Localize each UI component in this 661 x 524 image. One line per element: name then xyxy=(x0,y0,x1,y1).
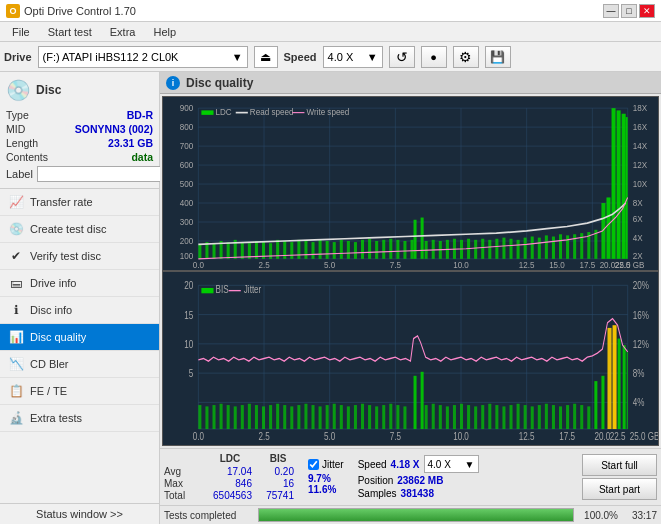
label-input[interactable] xyxy=(37,166,166,182)
refresh-button[interactable]: ↺ xyxy=(389,46,415,68)
position-val: 23862 MB xyxy=(397,475,443,486)
bis-chart-svg: 20 15 10 5 20% 16% 12% 8% 4% 0.0 2.5 5.0… xyxy=(163,272,658,445)
svg-text:18X: 18X xyxy=(633,103,648,113)
sidebar-item-transfer-rate[interactable]: 📈 Transfer rate xyxy=(0,189,159,216)
eject-button[interactable]: ⏏ xyxy=(254,46,278,68)
disc-mid-row: MID SONYNN3 (002) xyxy=(4,122,155,136)
charts-area: 900 800 700 600 500 400 300 200 100 18X … xyxy=(160,94,661,448)
svg-rect-76 xyxy=(421,218,424,259)
nav-disc-info-label: Disc info xyxy=(30,304,72,316)
svg-rect-89 xyxy=(488,240,491,259)
svg-text:16%: 16% xyxy=(633,308,650,320)
menu-help[interactable]: Help xyxy=(145,25,184,39)
sidebar-item-disc-info[interactable]: ℹ Disc info xyxy=(0,297,159,324)
disc-panel: 💿 Disc Type BD-R MID SONYNN3 (002) Lengt… xyxy=(0,72,159,189)
jitter-checkbox[interactable] xyxy=(308,459,319,470)
contents-val: data xyxy=(131,151,153,163)
minimize-button[interactable]: — xyxy=(603,4,619,18)
svg-rect-51 xyxy=(227,242,230,259)
speed-value-2: 4.18 X xyxy=(391,459,420,470)
sidebar-item-disc-quality[interactable]: 📊 Disc quality xyxy=(0,324,159,351)
fe-te-icon: 📋 xyxy=(8,383,24,399)
svg-text:Read speed: Read speed xyxy=(250,106,294,116)
nav-drive-info-label: Drive info xyxy=(30,277,76,289)
svg-rect-180 xyxy=(389,404,392,429)
svg-rect-68 xyxy=(347,241,350,259)
sidebar-item-fe-te[interactable]: 📋 FE / TE xyxy=(0,378,159,405)
svg-text:100: 100 xyxy=(180,250,194,260)
main-layout: 💿 Disc Type BD-R MID SONYNN3 (002) Lengt… xyxy=(0,72,661,524)
svg-rect-79 xyxy=(411,240,414,259)
window-controls[interactable]: — □ ✕ xyxy=(603,4,655,18)
status-window-button[interactable]: Status window >> xyxy=(0,503,159,524)
svg-rect-191 xyxy=(481,405,484,429)
svg-rect-153 xyxy=(213,405,216,429)
menu-extra[interactable]: Extra xyxy=(102,25,144,39)
speed-label: Speed xyxy=(284,51,317,63)
svg-rect-91 xyxy=(502,238,505,259)
menu-file[interactable]: File xyxy=(4,25,38,39)
svg-text:16X: 16X xyxy=(633,122,648,132)
disc-icon: 💿 xyxy=(4,76,32,104)
svg-rect-196 xyxy=(517,404,520,429)
svg-text:12%: 12% xyxy=(633,338,650,350)
ldc-header: LDC xyxy=(204,453,256,464)
svg-rect-106 xyxy=(606,197,610,258)
svg-text:4X: 4X xyxy=(633,233,643,243)
svg-text:900: 900 xyxy=(180,103,194,113)
action-buttons: Start full Start part xyxy=(582,454,657,500)
sidebar-item-create-test-disc[interactable]: 💿 Create test disc xyxy=(0,216,159,243)
svg-text:500: 500 xyxy=(180,179,194,189)
svg-rect-175 xyxy=(354,405,357,429)
bis-header: BIS xyxy=(258,453,298,464)
svg-text:20: 20 xyxy=(184,279,193,291)
svg-text:10: 10 xyxy=(184,338,193,350)
sidebar-item-drive-info[interactable]: 🖴 Drive info xyxy=(0,270,159,297)
speed-dropdown[interactable]: 4.0 X ▼ xyxy=(424,455,479,473)
svg-rect-93 xyxy=(517,240,520,259)
svg-text:2.5: 2.5 xyxy=(258,430,269,442)
svg-rect-60 xyxy=(290,242,293,259)
sidebar-item-verify-test-disc[interactable]: ✔ Verify test disc xyxy=(0,243,159,270)
close-button[interactable]: ✕ xyxy=(639,4,655,18)
svg-rect-199 xyxy=(538,405,541,429)
svg-text:8X: 8X xyxy=(633,198,643,208)
svg-rect-67 xyxy=(340,240,343,259)
start-part-button[interactable]: Start part xyxy=(582,478,657,500)
svg-rect-156 xyxy=(234,406,237,429)
svg-text:400: 400 xyxy=(180,198,194,208)
type-val: BD-R xyxy=(127,109,153,121)
avg-ldc: 17.04 xyxy=(204,466,256,477)
speed-select[interactable]: 4.0 X ▼ xyxy=(323,46,383,68)
drive-select[interactable]: (F:) ATAPI iHBS112 2 CL0K ▼ xyxy=(38,46,248,68)
svg-text:6X: 6X xyxy=(633,214,643,224)
svg-rect-174 xyxy=(347,406,350,429)
svg-rect-99 xyxy=(559,234,562,259)
svg-rect-186 xyxy=(446,406,449,429)
svg-rect-171 xyxy=(326,405,329,429)
svg-text:20.0: 20.0 xyxy=(595,430,611,442)
start-full-button[interactable]: Start full xyxy=(582,454,657,476)
maximize-button[interactable]: □ xyxy=(621,4,637,18)
total-label: Total xyxy=(164,490,202,501)
menu-start-test[interactable]: Start test xyxy=(40,25,100,39)
svg-rect-151 xyxy=(198,405,201,429)
config-button[interactable]: ⚙ xyxy=(453,46,479,68)
svg-rect-47 xyxy=(198,244,201,259)
burn-button[interactable]: ● xyxy=(421,46,447,68)
drive-bar: Drive (F:) ATAPI iHBS112 2 CL0K ▼ ⏏ Spee… xyxy=(0,42,661,72)
save-button[interactable]: 💾 xyxy=(485,46,511,68)
svg-rect-194 xyxy=(502,406,505,429)
sidebar-item-extra-tests[interactable]: 🔬 Extra tests xyxy=(0,405,159,432)
svg-rect-98 xyxy=(552,237,555,259)
title-bar-left: O Opti Drive Control 1.70 xyxy=(6,4,136,18)
verify-disc-icon: ✔ xyxy=(8,248,24,264)
extra-tests-icon: 🔬 xyxy=(8,410,24,426)
disc-panel-header: 💿 Disc xyxy=(4,76,155,104)
sidebar-item-cd-bler[interactable]: 📉 CD Bler xyxy=(0,351,159,378)
svg-rect-88 xyxy=(481,239,484,259)
svg-rect-161 xyxy=(269,405,272,429)
contents-key: Contents xyxy=(6,151,48,163)
svg-rect-164 xyxy=(421,372,424,429)
menu-bar: File Start test Extra Help xyxy=(0,22,661,42)
